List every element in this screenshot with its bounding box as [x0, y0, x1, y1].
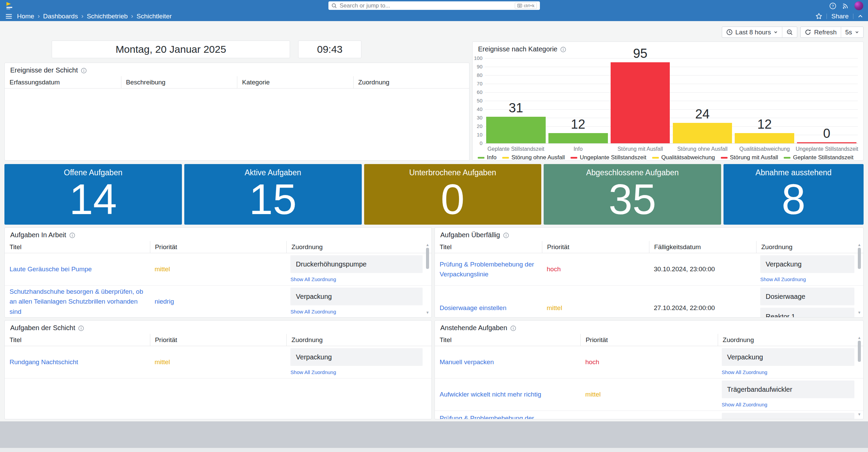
- show-all-zuordnung-link[interactable]: Show All Zuordnung: [290, 309, 336, 314]
- scrollbar-thumb[interactable]: [858, 248, 861, 269]
- task-title-link[interactable]: Aufwickler wickelt nicht mehr richtig: [440, 389, 545, 399]
- panel-info-button[interactable]: [78, 325, 84, 331]
- panel-info-button[interactable]: [503, 232, 509, 238]
- legend-item[interactable]: Geplante Stillstandszeit: [784, 154, 853, 161]
- column-header-1[interactable]: Titel: [435, 334, 580, 346]
- show-all-zuordnung-link[interactable]: Show All Zuordnung: [722, 402, 767, 407]
- show-all-zuordnung-link[interactable]: Show All Zuordnung: [760, 276, 806, 282]
- task-title-link[interactable]: Prüfung & Problembehebung der Verpackung…: [440, 259, 542, 279]
- panel-info-button[interactable]: [510, 325, 516, 331]
- column-header-3[interactable]: Zuordnung: [286, 241, 431, 253]
- y-axis-tick-label: 20: [472, 123, 482, 129]
- gridline: [485, 92, 858, 93]
- chart-bar[interactable]: [548, 133, 608, 143]
- column-header-2[interactable]: Priorität: [150, 334, 287, 346]
- scroll-up-arrow-icon[interactable]: ▲: [857, 336, 862, 340]
- scrollbar-thumb[interactable]: [858, 341, 861, 362]
- chevron-up-icon: [858, 14, 863, 19]
- scroll-down-arrow-icon[interactable]: ▼: [857, 412, 862, 416]
- table-scrollbar[interactable]: ▲▼: [857, 336, 862, 416]
- chart-bar[interactable]: [797, 142, 856, 143]
- task-title-link[interactable]: Laute Geräusche bei Pumpe: [10, 264, 96, 274]
- priority-value: mittel: [155, 358, 170, 366]
- refresh-interval-picker[interactable]: 5s: [841, 27, 863, 37]
- app-logo[interactable]: [5, 1, 14, 10]
- priority-value: mittel: [155, 265, 170, 273]
- task-title-link[interactable]: Rundgang Nachtschicht: [10, 357, 82, 367]
- scroll-up-arrow-icon[interactable]: ▲: [857, 243, 862, 247]
- share-button[interactable]: Share: [831, 13, 849, 20]
- info-icon: [69, 232, 75, 238]
- column-header-2[interactable]: Priorität: [150, 241, 287, 253]
- legend-item[interactable]: Störung mit Ausfall: [721, 154, 778, 161]
- panel-info-button[interactable]: [81, 68, 87, 74]
- time-range-picker[interactable]: Last 8 hours: [722, 27, 782, 37]
- zoom-out-button[interactable]: [782, 27, 797, 37]
- task-title-link[interactable]: Prüfung & Problembehebung der Verpackung…: [440, 413, 580, 419]
- show-all-zuordnung-link[interactable]: Show All Zuordnung: [722, 369, 767, 375]
- news-button[interactable]: [842, 2, 849, 10]
- column-header-4[interactable]: Zuordnung: [353, 76, 470, 88]
- chart-bar[interactable]: [611, 62, 670, 143]
- legend-item[interactable]: Ungeplante Stillstandszeit: [571, 154, 646, 161]
- keyboard-icon: [517, 4, 522, 7]
- breadcrumb-item-schichtbetrieb[interactable]: Schichtbetrieb: [87, 13, 127, 20]
- legend-item[interactable]: Info: [478, 154, 496, 161]
- column-header-3[interactable]: Zuordnung: [286, 334, 431, 346]
- search-input[interactable]: Search or jump to... ctrl+k: [328, 1, 540, 10]
- breadcrumb-item-dashboards[interactable]: Dashboards: [43, 13, 78, 20]
- scrollbar-thumb[interactable]: [426, 248, 429, 269]
- scroll-up-arrow-icon[interactable]: ▲: [425, 243, 430, 247]
- column-header-4[interactable]: Zuordnung: [756, 241, 863, 253]
- panel-header: Aufgaben In Arbeit: [5, 228, 431, 239]
- column-header-2[interactable]: Priorität: [542, 241, 649, 253]
- legend-item[interactable]: Störung ohne Ausfall: [502, 154, 565, 161]
- column-header-3[interactable]: Kategorie: [237, 76, 353, 88]
- help-icon: ?: [829, 2, 836, 10]
- favorite-star-button[interactable]: [816, 13, 822, 19]
- table-body: Prüfung & Problembehebung der Verpackung…: [435, 253, 863, 318]
- task-title-link[interactable]: Schutzhandschuhe besorgen & überprüfen, …: [10, 287, 150, 317]
- chart-bar[interactable]: [673, 123, 732, 143]
- y-axis-tick-label: 40: [472, 106, 482, 112]
- y-axis-tick-label: 50: [472, 98, 482, 104]
- column-header-1[interactable]: Titel: [5, 241, 150, 253]
- legend-item[interactable]: Qualitätsabweichung: [652, 154, 715, 161]
- user-avatar[interactable]: [854, 1, 863, 10]
- legend-label: Qualitätsabweichung: [661, 154, 715, 161]
- scroll-down-arrow-icon[interactable]: ▼: [857, 310, 862, 314]
- breadcrumb-item-schichtleiter[interactable]: Schichtleiter: [137, 13, 172, 20]
- scroll-down-arrow-icon[interactable]: ▼: [425, 310, 430, 314]
- top-navigation-bar: Search or jump to... ctrl+k ?: [0, 0, 868, 21]
- column-header-3[interactable]: Zuordnung: [718, 334, 863, 346]
- collapse-topbar-button[interactable]: [858, 14, 863, 19]
- legend-label: Geplante Stillstandszeit: [793, 154, 853, 161]
- panel-info-button[interactable]: [560, 47, 566, 52]
- news-rss-icon: [842, 2, 849, 10]
- panel-info-button[interactable]: [69, 232, 75, 238]
- menu-toggle-button[interactable]: [6, 14, 12, 19]
- column-header-2[interactable]: Beschreibung: [121, 76, 237, 88]
- bar-value-label: 31: [485, 100, 547, 115]
- show-all-zuordnung-link[interactable]: Show All Zuordnung: [290, 276, 336, 282]
- tasks-of-shift-panel: Aufgaben der SchichtTitelPrioritätZuordn…: [4, 320, 432, 419]
- column-header-3[interactable]: Fälligkeitsdatum: [649, 241, 756, 253]
- refresh-group: Refresh 5s: [800, 27, 864, 38]
- table-scrollbar[interactable]: ▲▼: [425, 243, 430, 314]
- task-title-link[interactable]: Manuell verpacken: [440, 357, 498, 367]
- help-button[interactable]: ?: [829, 2, 836, 10]
- refresh-button[interactable]: Refresh: [801, 27, 841, 37]
- chart-bar[interactable]: [735, 133, 794, 143]
- breadcrumb-item-home[interactable]: Home: [17, 13, 34, 20]
- table-scrollbar[interactable]: ▲▼: [857, 243, 862, 314]
- column-header-1[interactable]: Titel: [435, 241, 542, 253]
- show-all-zuordnung-link[interactable]: Show All Zuordnung: [290, 369, 336, 375]
- y-axis-tick-label: 80: [472, 72, 482, 78]
- column-header-1[interactable]: Titel: [5, 334, 150, 346]
- column-header-2[interactable]: Priorität: [580, 334, 717, 346]
- task-assignment-cell: VerpackungShow All Zuordnung: [286, 286, 431, 318]
- column-header-1[interactable]: Erfassungsdatum: [5, 76, 121, 88]
- bar-chart-plot: 010203040506070809010031Geplante Stillst…: [485, 58, 858, 143]
- chart-bar[interactable]: [486, 117, 546, 143]
- task-title-link[interactable]: Dosierwaage einstellen: [440, 303, 510, 313]
